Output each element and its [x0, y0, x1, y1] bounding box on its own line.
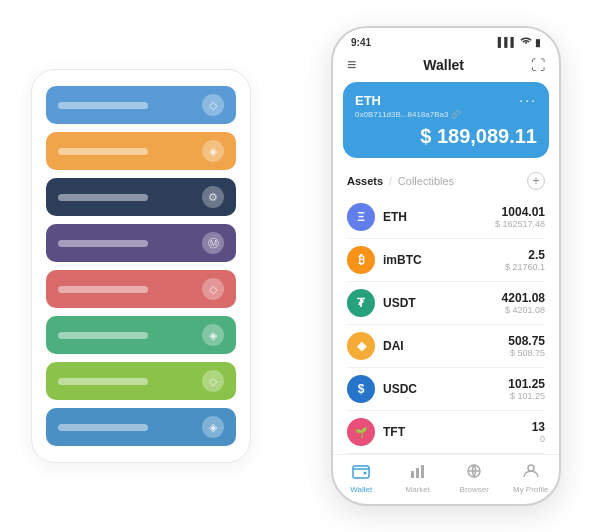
card-item[interactable]: Ⓜ — [46, 224, 236, 262]
card-icon: ⚙ — [202, 186, 224, 208]
asset-usd: $ 21760.1 — [505, 262, 545, 272]
asset-amount: 4201.08 — [502, 291, 545, 305]
eth-icon: Ξ — [347, 203, 375, 231]
card-line — [58, 286, 148, 293]
asset-amount: 2.5 — [505, 248, 545, 262]
card-icon: ◈ — [202, 416, 224, 438]
asset-amount: 508.75 — [508, 334, 545, 348]
card-item[interactable]: ◈ — [46, 132, 236, 170]
svg-point-1 — [364, 472, 367, 475]
signal-icon: ▌▌▌ — [498, 37, 517, 47]
asset-name: DAI — [383, 339, 404, 353]
asset-usd: $ 101.25 — [508, 391, 545, 401]
eth-options-icon[interactable]: ··· — [519, 92, 537, 108]
eth-amount: $ 189,089.11 — [355, 125, 537, 148]
asset-row-usdc[interactable]: $ USDC 101.25 $ 101.25 — [347, 368, 545, 411]
asset-right: 1004.01 $ 162517.48 — [495, 205, 545, 229]
asset-name: USDC — [383, 382, 417, 396]
asset-amount: 1004.01 — [495, 205, 545, 219]
svg-rect-4 — [421, 465, 424, 478]
tab-assets[interactable]: Assets — [347, 175, 383, 187]
card-line — [58, 424, 148, 431]
svg-rect-0 — [353, 466, 369, 478]
eth-card[interactable]: ETH ··· 0x0B711d3B...8418a7Ba3 🔗 $ 189,0… — [343, 82, 549, 158]
status-bar: 9:41 ▌▌▌ ▮ — [333, 28, 559, 52]
bottom-nav: Wallet Market — [333, 454, 559, 504]
card-line — [58, 194, 148, 201]
asset-amount: 13 — [532, 420, 545, 434]
asset-usd: $ 162517.48 — [495, 219, 545, 229]
menu-icon[interactable]: ≡ — [347, 56, 356, 74]
asset-amount: 101.25 — [508, 377, 545, 391]
asset-usd: $ 508.75 — [508, 348, 545, 358]
card-stack: ◇ ◈ ⚙ Ⓜ ◇ ◈ ◇ ◈ — [31, 69, 251, 463]
expand-icon[interactable]: ⛶ — [531, 57, 545, 73]
asset-row-eth[interactable]: Ξ ETH 1004.01 $ 162517.48 — [347, 196, 545, 239]
imbtc-icon: ₿ — [347, 246, 375, 274]
wallet-nav-icon — [352, 463, 370, 483]
svg-rect-3 — [416, 468, 419, 478]
tab-collectibles[interactable]: Collectibles — [398, 175, 454, 187]
asset-list: Ξ ETH 1004.01 $ 162517.48 ₿ imBTC 2.5 $ … — [333, 196, 559, 454]
asset-name: imBTC — [383, 253, 422, 267]
asset-left: 🌱 TFT — [347, 418, 405, 446]
asset-row-imbtc[interactable]: ₿ imBTC 2.5 $ 21760.1 — [347, 239, 545, 282]
asset-right: 13 0 — [532, 420, 545, 444]
nav-item-market[interactable]: Market — [395, 463, 440, 494]
tft-icon: 🌱 — [347, 418, 375, 446]
asset-name: TFT — [383, 425, 405, 439]
nav-label-wallet: Wallet — [350, 485, 372, 494]
wifi-icon — [520, 36, 532, 48]
card-icon: ◇ — [202, 94, 224, 116]
card-line — [58, 148, 148, 155]
asset-row-dai[interactable]: ◈ DAI 508.75 $ 508.75 — [347, 325, 545, 368]
card-line — [58, 378, 148, 385]
card-item[interactable]: ⚙ — [46, 178, 236, 216]
eth-label: ETH — [355, 93, 381, 108]
nav-label-profile: My Profile — [513, 485, 549, 494]
nav-item-browser[interactable]: Browser — [452, 463, 497, 494]
asset-right: 2.5 $ 21760.1 — [505, 248, 545, 272]
tab-divider: / — [389, 176, 392, 187]
asset-right: 508.75 $ 508.75 — [508, 334, 545, 358]
assets-tabs: Assets / Collectibles — [347, 175, 454, 187]
eth-address: 0x0B711d3B...8418a7Ba3 🔗 — [355, 110, 537, 119]
usdt-icon: ₮ — [347, 289, 375, 317]
market-nav-icon — [409, 463, 427, 483]
asset-usd: $ 4201.08 — [502, 305, 545, 315]
browser-nav-icon — [465, 463, 483, 483]
card-icon: ◈ — [202, 140, 224, 162]
svg-rect-2 — [411, 471, 414, 478]
asset-right: 4201.08 $ 4201.08 — [502, 291, 545, 315]
card-icon: ◇ — [202, 278, 224, 300]
status-icons: ▌▌▌ ▮ — [498, 36, 541, 48]
asset-left: $ USDC — [347, 375, 417, 403]
nav-label-browser: Browser — [460, 485, 489, 494]
eth-card-top: ETH ··· — [355, 92, 537, 108]
card-line — [58, 102, 148, 109]
card-item[interactable]: ◇ — [46, 362, 236, 400]
asset-name: USDT — [383, 296, 416, 310]
card-item[interactable]: ◇ — [46, 86, 236, 124]
card-line — [58, 240, 148, 247]
nav-item-profile[interactable]: My Profile — [508, 463, 553, 494]
add-asset-button[interactable]: + — [527, 172, 545, 190]
nav-item-wallet[interactable]: Wallet — [339, 463, 384, 494]
card-item[interactable]: ◇ — [46, 270, 236, 308]
usdc-icon: $ — [347, 375, 375, 403]
asset-left: ₿ imBTC — [347, 246, 422, 274]
asset-name: ETH — [383, 210, 407, 224]
asset-usd: 0 — [532, 434, 545, 444]
page-title: Wallet — [423, 57, 464, 73]
nav-label-market: Market — [406, 485, 430, 494]
status-time: 9:41 — [351, 37, 371, 48]
scene: ◇ ◈ ⚙ Ⓜ ◇ ◈ ◇ ◈ — [11, 11, 591, 521]
card-item[interactable]: ◈ — [46, 316, 236, 354]
card-item[interactable]: ◈ — [46, 408, 236, 446]
card-line — [58, 332, 148, 339]
asset-right: 101.25 $ 101.25 — [508, 377, 545, 401]
asset-left: ₮ USDT — [347, 289, 416, 317]
asset-row-usdt[interactable]: ₮ USDT 4201.08 $ 4201.08 — [347, 282, 545, 325]
card-icon: ◈ — [202, 324, 224, 346]
asset-row-tft[interactable]: 🌱 TFT 13 0 — [347, 411, 545, 454]
